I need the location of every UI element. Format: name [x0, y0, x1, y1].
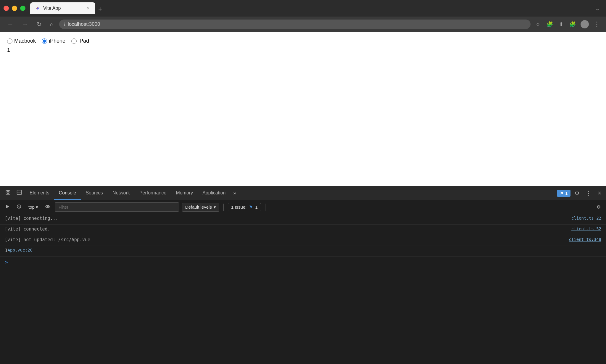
radio-iphone[interactable]: iPhone — [42, 38, 65, 44]
console-source-1[interactable]: client.ts:22 — [571, 216, 601, 220]
page-display-value: 1 — [7, 47, 599, 53]
console-message-text-3: [vite] hot updated: /src/App.vue — [5, 237, 569, 242]
console-value-1: 1 — [5, 248, 8, 253]
console-source-4[interactable]: App.vue:20 — [8, 248, 33, 252]
radio-macbook[interactable]: Macbook — [7, 38, 36, 44]
browser-chevron-button[interactable]: ⌄ — [593, 4, 602, 13]
context-selector[interactable]: top ▾ — [26, 203, 41, 211]
console-message-2: [vite] connected. client.ts:52 — [0, 225, 606, 235]
svg-rect-0 — [6, 190, 7, 192]
console-input[interactable] — [10, 260, 601, 265]
forward-button[interactable]: → — [20, 19, 31, 29]
tab-title: Vite App — [43, 6, 83, 11]
issues-count-number: 1 — [255, 204, 257, 210]
toolbar-divider-2 — [265, 204, 265, 211]
prompt-caret: > — [5, 259, 8, 265]
devtools-panel: Elements Console Sources Network Perform… — [0, 186, 606, 363]
svg-rect-2 — [6, 193, 7, 194]
levels-label: Default levels — [185, 204, 212, 210]
radio-label-ipad: iPad — [78, 38, 89, 44]
console-toolbar: top ▾ Default levels ▾ 1 Issue: ⚑ 1 ⚙ — [0, 200, 606, 214]
console-message-text-2: [vite] connected. — [5, 226, 571, 232]
tab-sources[interactable]: Sources — [81, 187, 108, 200]
title-bar: Vite App × + ⌄ — [0, 0, 606, 17]
tab-elements[interactable]: Elements — [25, 187, 54, 200]
page-content: Macbook iPhone iPad 1 — [0, 32, 606, 186]
console-message-4: 1 App.vue:20 — [0, 246, 606, 257]
devtools-settings-button[interactable]: ⚙ — [572, 188, 582, 198]
tab-performance[interactable]: Performance — [135, 187, 171, 200]
svg-line-8 — [18, 205, 20, 208]
execute-script-button[interactable] — [4, 203, 12, 211]
toolbar-divider — [223, 204, 224, 211]
extensions-button[interactable]: 🧩 — [545, 20, 554, 29]
radio-label-macbook: Macbook — [14, 38, 36, 44]
devtools-inspect-icon[interactable] — [2, 187, 14, 199]
radio-input-iphone[interactable] — [42, 38, 47, 44]
new-tab-button[interactable]: + — [95, 4, 105, 14]
address-info-icon: ℹ — [64, 22, 65, 27]
block-button[interactable] — [15, 203, 23, 211]
issues-badge-icon: ⚑ — [560, 191, 564, 196]
console-output: [vite] connecting... client.ts:22 [vite]… — [0, 214, 606, 363]
svg-rect-1 — [9, 190, 10, 192]
svg-marker-6 — [6, 205, 9, 208]
bookmark-button[interactable]: ☆ — [534, 20, 542, 29]
issues-count-label: 1 Issue: — [231, 204, 247, 210]
tab-console[interactable]: Console — [54, 187, 81, 200]
browser-chrome: Vite App × + ⌄ ← → ↻ ⌂ ℹ localhost:3000 … — [0, 0, 606, 32]
traffic-light-close[interactable] — [4, 6, 9, 11]
navigation-bar: ← → ↻ ⌂ ℹ localhost:3000 ☆ 🧩 ⬆ 🧩 ⋮ — [0, 17, 606, 32]
levels-selector[interactable]: Default levels ▾ — [182, 203, 219, 212]
radio-input-ipad[interactable] — [71, 38, 77, 44]
svg-point-10 — [47, 206, 48, 207]
console-source-2[interactable]: client.ts:52 — [571, 226, 601, 231]
devtools-dock-icon[interactable] — [14, 187, 25, 199]
traffic-lights — [4, 6, 25, 11]
console-source-3[interactable]: client.ts:348 — [569, 237, 601, 242]
traffic-light-fullscreen[interactable] — [20, 6, 25, 11]
eye-button[interactable] — [43, 203, 52, 211]
devtools-action-buttons: ⚑ 1 ⚙ ⋮ × — [557, 188, 604, 198]
context-label: top — [28, 204, 35, 210]
browser-menu-button[interactable]: ⋮ — [592, 19, 601, 29]
issues-badge-count: 1 — [565, 191, 568, 196]
address-bar[interactable]: ℹ localhost:3000 — [59, 20, 531, 29]
tab-application[interactable]: Application — [198, 187, 230, 200]
devtools-close-button[interactable]: × — [595, 189, 604, 198]
back-button[interactable]: ← — [5, 19, 16, 29]
tab-memory[interactable]: Memory — [171, 187, 198, 200]
devtools-more-button[interactable]: ⋮ — [584, 188, 594, 198]
issues-badge[interactable]: ⚑ 1 — [557, 190, 571, 197]
tab-network[interactable]: Network — [108, 187, 135, 200]
profile-avatar[interactable] — [581, 20, 589, 28]
browser-action-buttons: ☆ 🧩 ⬆ 🧩 ⋮ — [534, 19, 601, 29]
traffic-light-minimize[interactable] — [12, 6, 17, 11]
radio-ipad[interactable]: iPad — [71, 38, 89, 44]
console-message-1: [vite] connecting... client.ts:22 — [0, 214, 606, 225]
issues-count-icon: ⚑ — [249, 204, 253, 210]
reload-button[interactable]: ↻ — [34, 20, 44, 29]
context-chevron: ▾ — [36, 204, 38, 210]
svg-rect-3 — [9, 193, 10, 194]
filter-input[interactable] — [55, 202, 179, 212]
browser-tab-active[interactable]: Vite App × — [30, 2, 95, 14]
puzzle-icon[interactable]: 🧩 — [568, 20, 577, 29]
home-button[interactable]: ⌂ — [48, 20, 56, 29]
levels-chevron: ▾ — [214, 204, 216, 210]
console-message-text-1: [vite] connecting... — [5, 216, 571, 221]
console-issues-count[interactable]: 1 Issue: ⚑ 1 — [228, 203, 261, 211]
address-url: localhost:3000 — [68, 21, 100, 27]
console-message-3: [vite] hot updated: /src/App.vue client.… — [0, 235, 606, 246]
more-tabs-button[interactable]: » — [230, 188, 239, 199]
radio-input-macbook[interactable] — [7, 38, 12, 44]
vite-favicon — [35, 6, 40, 11]
tabs-row: Vite App × + — [30, 2, 593, 14]
tab-close-button[interactable]: × — [86, 5, 91, 11]
radio-label-iphone: iPhone — [49, 38, 65, 44]
console-prompt[interactable]: > — [0, 257, 606, 268]
svg-rect-4 — [17, 190, 22, 195]
cursor-icon[interactable]: ⬆ — [558, 20, 565, 29]
radio-group: Macbook iPhone iPad — [7, 38, 599, 44]
console-settings-button[interactable]: ⚙ — [595, 203, 602, 211]
